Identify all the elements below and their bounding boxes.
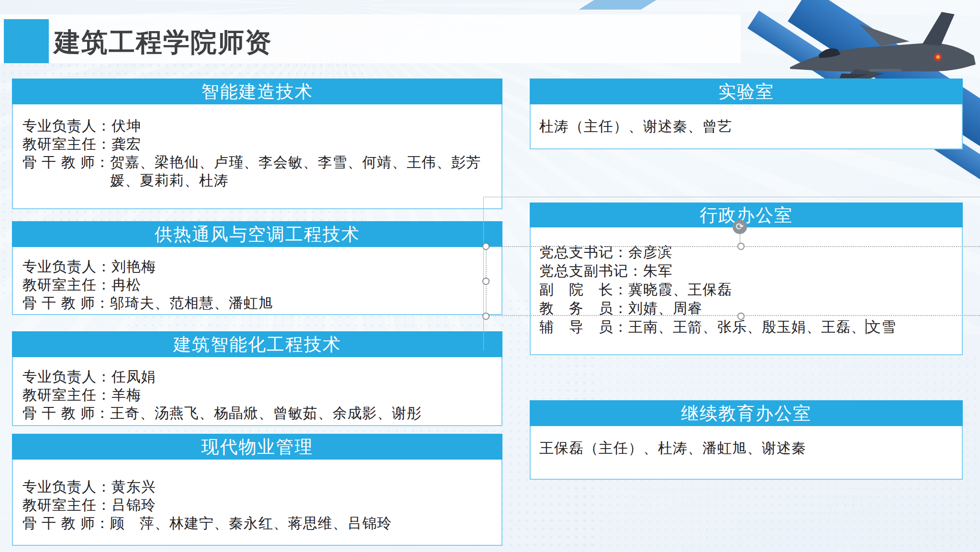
row-label: 专业负责人： xyxy=(22,258,111,276)
row-label: 教研室主任： xyxy=(22,276,111,294)
ribbon-sliver xyxy=(579,0,659,10)
box-body: 专业负责人： 伏坤 教研室主任： 龚宏 骨 干 教 师： 贺嘉、梁艳仙、卢瑾、李… xyxy=(12,104,502,209)
row-label: 专业负责人： xyxy=(22,368,111,386)
box-header: 建筑智能化工程技术 xyxy=(12,331,502,357)
box-building-intelligence: 建筑智能化工程技术 专业负责人： 任凤娟 教研室主任： 羊梅 骨 干 教 师： … xyxy=(12,331,502,426)
row-value: 邬琦夫、范相慧、潘虹旭 xyxy=(110,294,493,312)
row-value: 羊梅 xyxy=(111,386,493,404)
info-row: 教研室主任： 羊梅 xyxy=(22,386,493,404)
box-header: 智能建造技术 xyxy=(12,79,502,104)
row-label: 骨 干 教 师： xyxy=(22,404,110,422)
selection-dashed-border[interactable] xyxy=(486,246,980,316)
row-value: 龚宏 xyxy=(111,135,493,153)
box-header: 供热通风与空调工程技术 xyxy=(12,221,502,247)
row-value: 顾 萍、林建宁、秦永红、蒋思维、吕锦玲 xyxy=(110,514,493,532)
row-value: 刘艳梅 xyxy=(111,258,493,276)
info-row: 专业负责人： 刘艳梅 xyxy=(22,258,493,276)
members-line-editing[interactable]: 辅 导 员：王南、王箭、张乐、殷玉娟、王磊、文雪 xyxy=(539,317,954,336)
box-hvac: 供热通风与空调工程技术 专业负责人： 刘艳梅 教研室主任： 冉松 骨 干 教 师… xyxy=(12,221,502,315)
info-row: 骨 干 教 师： 王奇、汤燕飞、杨晶焮、曾敏茹、余成影、谢彤 xyxy=(22,404,493,422)
box-header: 现代物业管理 xyxy=(12,434,502,460)
row-label: 专业负责人： xyxy=(22,478,111,496)
info-row: 教研室主任： 吕锦玲 xyxy=(22,496,493,514)
row-value: 任凤娟 xyxy=(111,368,493,386)
resize-handle-top-center[interactable] xyxy=(737,243,745,250)
info-row: 骨 干 教 师： 贺嘉、梁艳仙、卢瑾、李会敏、李雪、何靖、王伟、彭芳媛、夏莉莉、… xyxy=(22,153,493,190)
row-value: 贺嘉、梁艳仙、卢瑾、李会敏、李雪、何靖、王伟、彭芳媛、夏莉莉、杜涛 xyxy=(110,153,493,190)
row-value: 冉松 xyxy=(111,276,493,294)
row-value: 伏坤 xyxy=(111,117,493,135)
page-title: 建筑工程学院师资 xyxy=(54,25,272,60)
row-label: 骨 干 教 师： xyxy=(22,294,110,312)
resize-handle-bottom-center[interactable] xyxy=(737,313,745,320)
info-row: 骨 干 教 师： 顾 萍、林建宁、秦永红、蒋思维、吕锦玲 xyxy=(22,514,493,532)
slide-canvas: 建筑工程学院师资 智能建造技术 专业负责人： 伏坤 教研室主任： 龚宏 骨 干 … xyxy=(0,0,980,552)
row-value: 吕锦玲 xyxy=(111,496,493,514)
title-accent-square xyxy=(4,19,49,63)
row-label: 教研室主任： xyxy=(22,386,111,404)
box-intelligent-construction: 智能建造技术 专业负责人： 伏坤 教研室主任： 龚宏 骨 干 教 师： 贺嘉、梁… xyxy=(12,79,502,209)
box-body: 专业负责人： 刘艳梅 教研室主任： 冉松 骨 干 教 师： 邬琦夫、范相慧、潘虹… xyxy=(12,247,502,315)
members-line: 杜涛（主任）、谢述秦、曾艺 xyxy=(539,117,954,135)
box-header: 继续教育办公室 xyxy=(530,400,963,426)
box-body: 王保磊（主任）、杜涛、潘虹旭、谢述秦 xyxy=(530,426,963,480)
box-body: 杜涛（主任）、谢述秦、曾艺 xyxy=(530,104,963,149)
info-row: 专业负责人： 伏坤 xyxy=(22,117,493,135)
info-row: 教研室主任： 冉松 xyxy=(22,276,493,294)
resize-handle-top-left[interactable] xyxy=(482,243,490,250)
row-value: 黄东兴 xyxy=(111,478,493,496)
info-row: 骨 干 教 师： 邬琦夫、范相慧、潘虹旭 xyxy=(22,294,493,312)
row-label: 教研室主任： xyxy=(22,496,111,514)
resize-handle-bottom-left[interactable] xyxy=(482,313,490,320)
box-body: 专业负责人： 黄东兴 教研室主任： 吕锦玲 骨 干 教 师： 顾 萍、林建宁、秦… xyxy=(12,460,502,546)
row-label: 教研室主任： xyxy=(22,135,111,153)
text-before-caret: 辅 导 员：王南、王箭、张乐、殷玉娟、王磊、 xyxy=(539,319,866,335)
info-row: 教研室主任： 龚宏 xyxy=(22,135,493,153)
info-row: 专业负责人： 任凤娟 xyxy=(22,368,493,386)
box-laboratory: 实验室 杜涛（主任）、谢述秦、曾艺 xyxy=(530,79,963,149)
rotate-handle-icon[interactable]: ⟳ xyxy=(733,220,747,234)
box-header: 实验室 xyxy=(530,79,963,104)
box-body: 专业负责人： 任凤娟 教研室主任： 羊梅 骨 干 教 师： 王奇、汤燕飞、杨晶焮… xyxy=(12,357,502,426)
resize-handle-middle-left[interactable] xyxy=(482,278,490,285)
members-line: 王保磊（主任）、杜涛、潘虹旭、谢述秦 xyxy=(539,439,954,457)
box-continuing-education: 继续教育办公室 王保磊（主任）、杜涛、潘虹旭、谢述秦 xyxy=(530,400,963,480)
box-property-management: 现代物业管理 专业负责人： 黄东兴 教研室主任： 吕锦玲 骨 干 教 师： 顾 … xyxy=(12,434,502,546)
row-label: 骨 干 教 师： xyxy=(22,153,110,171)
info-row: 专业负责人： 黄东兴 xyxy=(22,478,493,496)
row-label: 骨 干 教 师： xyxy=(22,514,110,532)
row-value: 王奇、汤燕飞、杨晶焮、曾敏茹、余成影、谢彤 xyxy=(110,404,493,422)
row-label: 专业负责人： xyxy=(22,117,111,135)
text-after-caret: 文雪 xyxy=(867,319,896,335)
